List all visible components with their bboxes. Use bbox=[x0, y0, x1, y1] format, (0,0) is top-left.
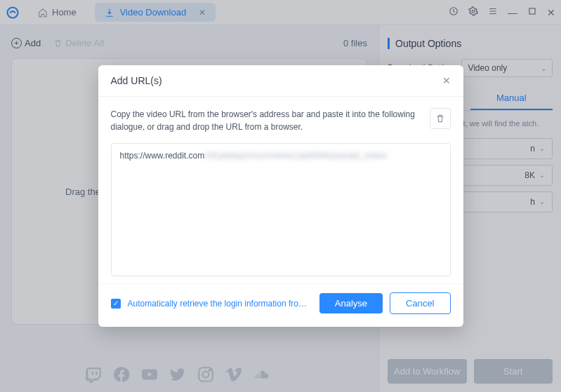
add-url-modal: Add URL(s) ✕ Copy the video URL from the… bbox=[98, 65, 463, 327]
auto-retrieve-label: Automatically retrieve the login informa… bbox=[128, 299, 312, 309]
url-blurred: /r/Eyebleach/comments/1ab9304/youtube_in… bbox=[204, 151, 387, 161]
modal-title: Add URL(s) bbox=[111, 75, 162, 86]
trash-icon bbox=[435, 114, 445, 123]
url-textarea[interactable]: https://www.reddit.com/r/Eyebleach/comme… bbox=[111, 143, 451, 276]
modal-close-icon[interactable]: ✕ bbox=[442, 75, 451, 86]
modal-body: Copy the video URL from the browser's ad… bbox=[98, 97, 463, 283]
clear-urls-button[interactable] bbox=[430, 108, 451, 129]
cancel-button[interactable]: Cancel bbox=[390, 292, 450, 314]
modal-overlay: Add URL(s) ✕ Copy the video URL from the… bbox=[0, 0, 561, 392]
modal-footer: ✓ Automatically retrieve the login infor… bbox=[98, 283, 463, 327]
modal-description: Copy the video URL from the browser's ad… bbox=[111, 108, 451, 133]
analyse-button[interactable]: Analyse bbox=[319, 293, 383, 313]
url-visible: https://www.reddit.com bbox=[120, 151, 205, 161]
auto-retrieve-checkbox[interactable]: ✓ bbox=[111, 299, 121, 309]
modal-header: Add URL(s) ✕ bbox=[98, 65, 463, 97]
